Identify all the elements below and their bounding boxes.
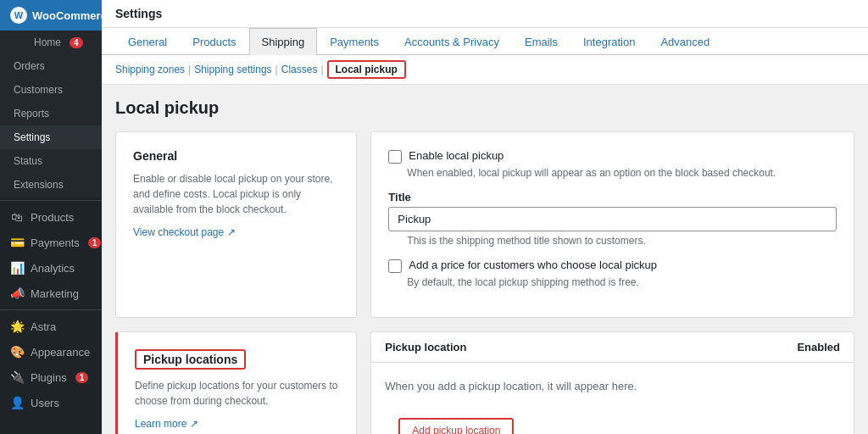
pickup-table-header: Pickup location Enabled: [371, 332, 854, 363]
plugins-icon: 🔌: [10, 370, 24, 384]
astra-icon: 🌟: [10, 320, 24, 333]
main-content: Settings General Products Shipping Payme…: [102, 0, 868, 434]
sidebar-item-users[interactable]: 👤 Users: [0, 390, 102, 415]
price-hint: By default, the local pickup shipping me…: [407, 276, 837, 288]
general-description: Enable or disable local pickup on your s…: [133, 171, 339, 217]
tab-emails[interactable]: Emails: [512, 28, 570, 55]
price-group: Add a price for customers who choose loc…: [388, 259, 837, 288]
pickup-empty-text: When you add a pickup location, it will …: [371, 363, 854, 409]
marketing-icon: 📣: [10, 287, 24, 300]
payments-icon: 💳: [10, 236, 24, 249]
appearance-icon: 🎨: [10, 345, 24, 359]
tabs-nav: General Products Shipping Payments Accou…: [102, 28, 868, 55]
tab-payments[interactable]: Payments: [317, 28, 392, 55]
analytics-icon: 📊: [10, 261, 24, 275]
enable-local-pickup-checkbox[interactable]: [388, 150, 402, 164]
sidebar-item-reports[interactable]: Reports: [0, 102, 102, 125]
general-title: General: [133, 149, 339, 163]
sidebar-item-payments[interactable]: 💳 Payments 1: [0, 230, 102, 255]
tab-integration[interactable]: Integration: [570, 28, 648, 55]
tab-shipping[interactable]: Shipping: [249, 28, 318, 55]
price-label[interactable]: Add a price for customers who choose loc…: [388, 259, 837, 273]
sidebar: W WooCommerce Home 4 Orders Customers Re…: [0, 0, 102, 434]
sidebar-item-astra[interactable]: 🌟 Astra: [0, 314, 102, 339]
title-group: Title This is the shipping method title …: [388, 191, 837, 247]
content-area: Local pickup General Enable or disable l…: [102, 85, 868, 434]
sidebar-item-settings[interactable]: Settings: [0, 125, 102, 149]
sidebar-item-plugins[interactable]: 🔌 Plugins 1: [0, 364, 102, 390]
tab-accounts-privacy[interactable]: Accounts & Privacy: [392, 28, 512, 55]
sidebar-item-analytics[interactable]: 📊 Analytics: [0, 255, 102, 281]
page-header: Settings: [102, 0, 868, 28]
title-label: Title: [388, 191, 837, 203]
sub-nav: Shipping zones | Shipping settings | Cla…: [102, 55, 868, 85]
sidebar-item-customers[interactable]: Customers: [0, 78, 102, 102]
sidebar-submenu-woo: Home 4 Orders Customers Reports Settings…: [0, 31, 102, 197]
view-checkout-link[interactable]: View checkout page ↗: [133, 226, 236, 238]
general-section-right: Enable local pickup When enabled, local …: [370, 131, 854, 318]
tab-general[interactable]: General: [115, 28, 180, 55]
pickup-description: Define pickup locations for your custome…: [135, 378, 339, 409]
sub-nav-shipping-settings[interactable]: Shipping settings: [194, 64, 271, 75]
sidebar-item-appearance[interactable]: 🎨 Appearance: [0, 339, 102, 364]
sidebar-item-marketing[interactable]: 📣 Marketing: [0, 281, 102, 306]
general-section-left: General Enable or disable local pickup o…: [115, 131, 357, 318]
sidebar-item-products[interactable]: 🛍 Products: [0, 204, 102, 230]
tab-products[interactable]: Products: [180, 28, 248, 55]
pickup-col-location: Pickup location: [385, 341, 466, 353]
add-pickup-location-button[interactable]: Add pickup location: [398, 418, 514, 434]
sub-nav-classes[interactable]: Classes: [281, 64, 318, 75]
woo-icon: W: [10, 7, 27, 24]
general-section: General Enable or disable local pickup o…: [115, 131, 854, 318]
tab-advanced[interactable]: Advanced: [648, 28, 722, 55]
sidebar-logo[interactable]: W WooCommerce: [0, 0, 102, 31]
title-hint: This is the shipping method title shown …: [407, 235, 837, 247]
enable-local-pickup-group: Enable local pickup When enabled, local …: [388, 149, 837, 179]
sidebar-woo-label: WooCommerce: [32, 9, 102, 22]
sidebar-item-status[interactable]: Status: [0, 149, 102, 173]
price-checkbox[interactable]: [388, 259, 402, 273]
pickup-locations-section: Pickup locations Define pickup locations…: [115, 331, 854, 434]
sidebar-item-orders[interactable]: Orders: [0, 54, 102, 78]
users-icon: 👤: [10, 396, 24, 409]
page-title: Local pickup: [115, 98, 854, 118]
sub-nav-local-pickup[interactable]: Local pickup: [327, 60, 406, 79]
sidebar-item-extensions[interactable]: Extensions: [0, 173, 102, 197]
pickup-section-left: Pickup locations Define pickup locations…: [115, 331, 357, 434]
products-icon: 🛍: [10, 210, 24, 224]
sidebar-item-home[interactable]: Home 4: [0, 31, 102, 54]
enable-local-pickup-label[interactable]: Enable local pickup: [388, 149, 837, 164]
sub-nav-shipping-zones[interactable]: Shipping zones: [115, 64, 185, 75]
title-input[interactable]: [388, 207, 837, 231]
pickup-section-right: Pickup location Enabled When you add a p…: [370, 331, 854, 434]
learn-more-link[interactable]: Learn more ↗: [135, 418, 198, 430]
pickup-locations-title: Pickup locations: [135, 349, 246, 370]
enable-hint: When enabled, local pickup will appear a…: [407, 167, 837, 179]
pickup-col-enabled: Enabled: [797, 341, 840, 353]
